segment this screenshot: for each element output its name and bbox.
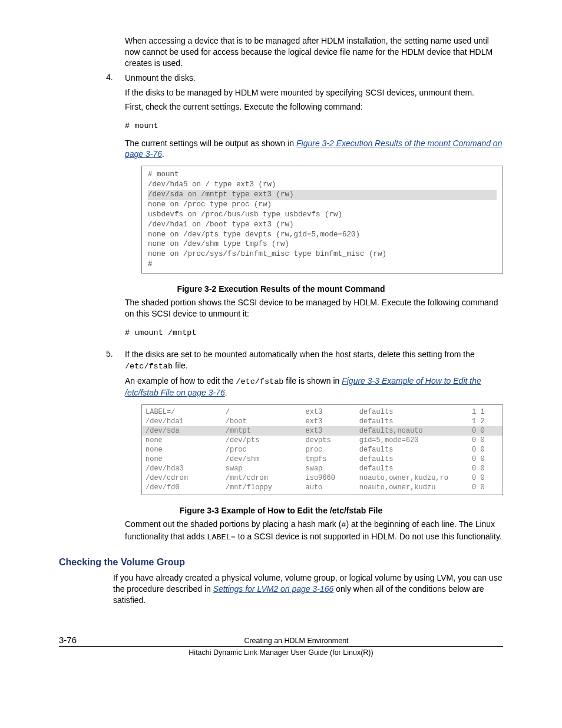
figure-3-2-line: none on /proc type proc (rw) [148,200,497,210]
figure-3-3-caption: Figure 3-3 Example of How to Edit the /e… [59,506,503,515]
section-heading-checking-volume-group: Checking the Volume Group [59,557,503,568]
figure-3-2-line: /dev/sda on /mntpt type ext3 (rw) [148,190,497,200]
figure-3-2-line: usbdevfs on /proc/bus/usb type usbdevfs … [148,210,497,220]
page-footer: 3-76 Creating an HDLM Environment Hitach… [59,635,503,657]
step4-p2: First, check the current settings. Execu… [125,101,503,113]
fstab-row: /dev/fd0/mnt/floppyautonoauto,owner,kudz… [142,483,503,492]
after32-p1: The shaded portion shows the SCSI device… [125,297,503,319]
fstab-row: /dev/hda3swapswapdefaults0 0 [142,464,503,473]
fstab-row: /dev/cdrom/mnt/cdromiso9660noauto,owner,… [142,473,503,483]
figure-3-2-caption: Figure 3-2 Execution Results of the moun… [59,284,503,294]
after32-cmd: # umount /mntpt [125,328,503,338]
figure-3-2-line: none on /dev/shm type tmpfs (rw) [148,239,497,249]
figure-3-2-line: # [148,259,497,269]
link-settings-lvm2[interactable]: Settings for LVM2 on page 3-166 [213,584,334,594]
fstab-row: none/dev/shmtmpfsdefaults0 0 [142,454,503,464]
figure-3-3-box: LABEL=//ext3defaults1 1/dev/hda1/bootext… [141,404,503,495]
figure-3-2-box: # mount/dev/hda5 on / type ext3 (rw)/dev… [141,166,503,274]
figure-3-2-line: none on /proc/sys/fs/binfmt_misc type bi… [148,249,497,259]
fstab-row: none/dev/ptsdevptsgid=5,mode=6200 0 [142,436,503,445]
footer-chapter: Creating an HDLM Environment [125,637,468,645]
step4-number: 4. [106,73,113,82]
step4-title: Unmount the disks. [125,73,503,84]
step5-number: 5. [106,349,113,358]
figure-3-2-line: none on /dev/pts type devpts (rw,gid=5,m… [148,230,497,240]
step5-p2: An example of how to edit the /etc/fstab… [125,375,503,398]
fstab-row: /dev/hda1/bootext3defaults1 2 [142,417,503,426]
figure-3-2-line: /dev/hda1 on /boot type ext3 (rw) [148,220,497,230]
fstab-row: none/procprocdefaults0 0 [142,445,503,454]
fstab-row: LABEL=//ext3defaults1 1 [142,407,503,417]
intro-paragraph: When accessing a device that is to be ma… [125,35,503,69]
figure-3-2-line: # mount [148,170,497,180]
page-number: 3-76 [59,635,125,645]
step5-p1: If the disks are set to be mounted autom… [125,349,503,372]
step4-p1: If the disks to be managed by HDLM were … [125,87,503,98]
step4-cmd: # mount [125,121,503,131]
after33-p1: Comment out the shaded portions by placi… [125,519,503,542]
fstab-row: /dev/sda/mntptext3defaults,noauto0 0 [142,426,503,436]
figure-3-2-line: /dev/hda5 on / type ext3 (rw) [148,180,497,190]
step4-p3: The current settings will be output as s… [125,138,503,160]
footer-doc-title: Hitachi Dynamic Link Manager User Guide … [59,648,503,657]
section-p1: If you have already created a physical v… [113,572,503,606]
